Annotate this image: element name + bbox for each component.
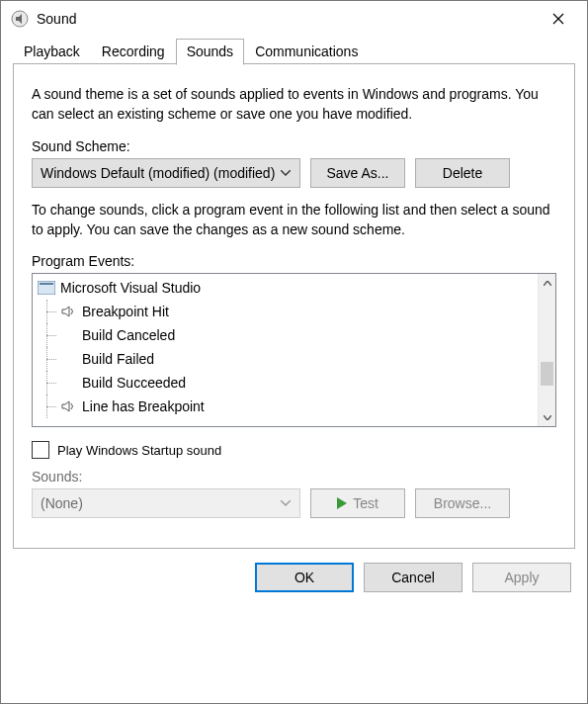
tree-item-label: Breakpoint Hit	[82, 304, 169, 319]
startup-sound-checkbox-row[interactable]: Play Windows Startup sound	[32, 441, 556, 459]
sound-scheme-value: Windows Default (modified) (modified)	[41, 165, 278, 181]
dialog-footer: OK Cancel Apply	[1, 549, 587, 592]
tabstrip: Playback Recording Sounds Communications	[1, 37, 587, 64]
chevron-down-icon	[278, 500, 294, 506]
scroll-down-button[interactable]	[539, 408, 555, 426]
tree-item-label: Build Succeeded	[82, 375, 186, 391]
scroll-up-button[interactable]	[539, 274, 555, 292]
browse-button: Browse...	[415, 488, 510, 518]
window-title: Sound	[37, 11, 536, 27]
test-button: Test	[310, 488, 405, 518]
apply-button: Apply	[472, 563, 571, 592]
tree-item[interactable]: Build Canceled	[33, 323, 538, 347]
tab-panel-sounds: A sound theme is a set of sounds applied…	[13, 64, 575, 549]
play-icon	[337, 497, 347, 509]
scroll-track[interactable]	[539, 292, 555, 408]
program-events-list[interactable]: Microsoft Visual Studio Breakpoint Hit B…	[32, 273, 556, 427]
tree-item[interactable]: Build Succeeded	[33, 371, 538, 395]
chevron-down-icon	[278, 170, 294, 176]
svg-rect-2	[40, 283, 53, 285]
tab-playback[interactable]: Playback	[13, 39, 91, 64]
sound-scheme-combo[interactable]: Windows Default (modified) (modified)	[32, 158, 300, 188]
sounds-combo: (None)	[32, 488, 300, 518]
tree-group[interactable]: Microsoft Visual Studio	[33, 276, 538, 300]
test-label: Test	[353, 495, 378, 511]
titlebar: Sound	[1, 1, 587, 37]
ok-button[interactable]: OK	[255, 563, 354, 592]
checkbox-icon[interactable]	[32, 441, 49, 459]
speaker-icon	[58, 398, 78, 414]
sound-scheme-label: Sound Scheme:	[32, 138, 556, 154]
tree-item-label: Line has Breakpoint	[82, 398, 205, 414]
scrollbar[interactable]	[538, 274, 555, 426]
tree-item-label: Build Failed	[82, 351, 154, 367]
program-icon	[37, 280, 56, 296]
tab-sounds[interactable]: Sounds	[176, 39, 244, 65]
sounds-label: Sounds:	[32, 469, 556, 484]
tab-communications[interactable]: Communications	[244, 39, 369, 64]
startup-sound-label: Play Windows Startup sound	[57, 443, 221, 458]
delete-button[interactable]: Delete	[415, 158, 510, 188]
description-text: A sound theme is a set of sounds applied…	[32, 84, 556, 125]
program-events-label: Program Events:	[32, 253, 556, 269]
speaker-icon	[58, 304, 78, 319]
sounds-value: (None)	[41, 495, 278, 511]
cancel-button[interactable]: Cancel	[364, 563, 462, 592]
tree-group-label: Microsoft Visual Studio	[60, 280, 201, 296]
sound-icon	[11, 10, 29, 28]
blank-icon	[58, 351, 78, 367]
tree-item[interactable]: Breakpoint Hit	[33, 300, 538, 323]
tree-item-label: Build Canceled	[82, 327, 175, 343]
instruction-text: To change sounds, click a program event …	[32, 200, 556, 240]
blank-icon	[58, 327, 78, 343]
scroll-thumb[interactable]	[541, 362, 553, 386]
blank-icon	[58, 375, 78, 391]
tree-item[interactable]: Line has Breakpoint	[33, 395, 538, 418]
save-as-button[interactable]: Save As...	[310, 158, 405, 188]
tree-item[interactable]: Build Failed	[33, 347, 538, 371]
tab-recording[interactable]: Recording	[91, 39, 176, 64]
close-button[interactable]	[536, 4, 581, 34]
